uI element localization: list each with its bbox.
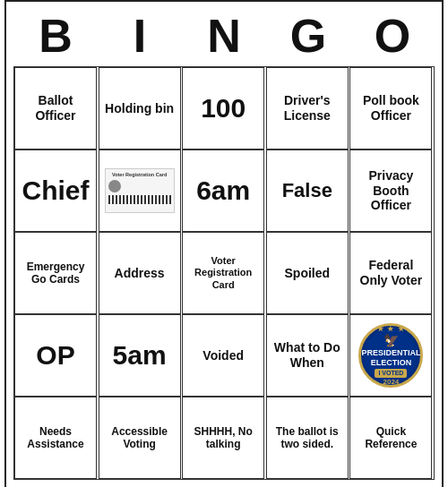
cell-text-r2c3: 6am — [196, 175, 250, 207]
cell-r1c1: Ballot Officer — [14, 67, 97, 150]
cell-text-r5c1: Needs Assistance — [19, 425, 92, 451]
vr-header-text: Voter Registration Card — [108, 172, 171, 178]
cell-text-r4c4: What to Do When — [271, 340, 344, 371]
header-g: G — [269, 9, 348, 63]
cell-r4c1: OP — [14, 314, 97, 397]
cell-text-r1c1: Ballot Officer — [19, 93, 92, 124]
cell-r3c2: Address — [99, 232, 181, 314]
bingo-grid: Ballot Officer Holding bin 100 Driver's … — [13, 66, 435, 480]
i-voted-outer: ★ ★ ★ 🦅 PRESIDENTIALELECTION I VOTED 202… — [358, 323, 423, 388]
cell-r1c5: Poll book Officer — [349, 67, 432, 150]
cell-text-r5c4: The ballot is two sided. — [271, 425, 344, 451]
i-voted-year: 2024 — [383, 378, 399, 387]
cell-r3c4: Spoiled — [266, 232, 349, 314]
cell-text-r5c2: Accessible Voting — [103, 425, 177, 451]
cell-r4c3: Voided — [182, 314, 264, 397]
i-voted-badge: ★ ★ ★ 🦅 PRESIDENTIALELECTION I VOTED 202… — [358, 323, 423, 388]
bingo-card: B I N G O Ballot Officer Holding bin 100… — [4, 0, 444, 487]
cell-text-r1c2: Holding bin — [105, 101, 174, 116]
cell-text-r4c3: Voided — [202, 348, 244, 363]
vr-seal-icon — [108, 180, 121, 192]
cell-r5c3: SHHHH, No talking — [182, 397, 264, 479]
cell-r2c2: Voter Registration Card — [99, 150, 181, 232]
cell-text-r2c1: Chief — [22, 175, 90, 207]
cell-r3c3: VoterRegistrationCard — [182, 232, 264, 314]
cell-text-r4c1: OP — [36, 339, 74, 372]
header-i: I — [100, 9, 179, 63]
cell-r5c1: Needs Assistance — [14, 397, 97, 479]
cell-r2c4: False — [266, 150, 349, 232]
header-o: O — [353, 9, 432, 63]
bingo-header: B I N G O — [13, 9, 435, 63]
i-voted-ribbon: I VOTED — [375, 369, 407, 378]
cell-text-r1c4: Driver's License — [271, 93, 344, 124]
i-voted-stars: ★ ★ ★ — [377, 325, 404, 334]
cell-r4c2: 5am — [99, 314, 181, 397]
cell-text-r5c3: SHHHH, No talking — [186, 425, 260, 451]
header-n: N — [185, 9, 263, 63]
cell-text-r3c2: Address — [115, 266, 165, 281]
cell-r1c4: Driver's License — [266, 67, 349, 150]
cell-text-r1c5: Poll book Officer — [354, 93, 427, 124]
cell-r2c3: 6am — [182, 150, 264, 232]
cell-r2c5: Privacy Booth Officer — [349, 150, 432, 232]
i-voted-text: PRESIDENTIALELECTION — [361, 348, 420, 368]
cell-r5c2: Accessible Voting — [99, 397, 181, 479]
cell-text-r4c2: 5am — [113, 339, 167, 372]
cell-r5c5: Quick Reference — [349, 397, 432, 479]
cell-r1c3: 100 — [182, 67, 264, 150]
cell-text-r2c5: Privacy Booth Officer — [354, 168, 427, 213]
cell-text-r5c5: Quick Reference — [354, 425, 427, 451]
vr-content-row — [108, 180, 124, 192]
cell-r1c2: Holding bin — [99, 67, 181, 150]
cell-r4c4: What to Do When — [266, 314, 349, 397]
cell-r4c5: ★ ★ ★ 🦅 PRESIDENTIALELECTION I VOTED 202… — [349, 314, 432, 397]
cell-text-r1c3: 100 — [201, 92, 246, 124]
cell-text-r2c4: False — [282, 179, 332, 202]
cell-text-r3c5: Federal Only Voter — [354, 258, 427, 288]
cell-text-r3c4: Spoiled — [285, 266, 331, 281]
cell-r3c5: Federal Only Voter — [349, 232, 432, 314]
cell-text-r3c3: VoterRegistrationCard — [194, 255, 252, 291]
vr-barcode — [108, 195, 171, 204]
i-voted-eagle-icon: 🦅 — [383, 333, 399, 348]
cell-r5c4: The ballot is two sided. — [266, 397, 349, 479]
cell-text-r3c1: Emergency Go Cards — [19, 261, 92, 286]
cell-r3c1: Emergency Go Cards — [14, 232, 97, 314]
header-b: B — [16, 9, 95, 63]
voter-reg-card-image: Voter Registration Card — [105, 168, 175, 213]
cell-r2c1: Chief — [14, 150, 97, 232]
